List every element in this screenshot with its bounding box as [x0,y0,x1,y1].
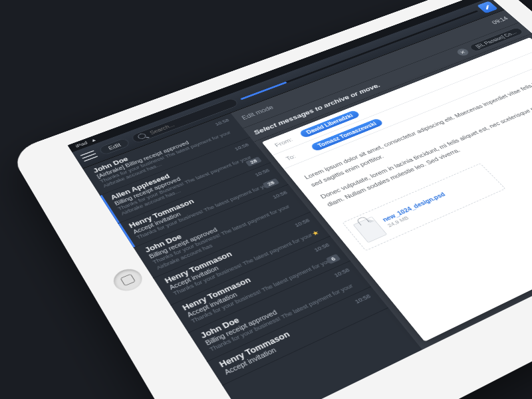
file-icon [353,217,388,243]
ipad-frame: iPad ▲ Edit John Doe10:58[Airbrake] Bill… [9,0,532,399]
home-button[interactable] [109,265,146,295]
compose-button[interactable] [477,1,498,14]
compose-icon [481,4,493,11]
search-icon [136,132,147,140]
wifi-icon: ▲ [89,137,97,143]
to-label: To: [285,148,311,161]
screen: iPad ▲ Edit John Doe10:58[Airbrake] Bill… [68,0,532,399]
from-label: From: [273,134,299,148]
paperclip-icon [356,216,370,225]
pane-clock: 09:14 [490,16,509,26]
menu-icon[interactable] [80,150,98,162]
clear-icon[interactable]: ✕ [455,47,470,57]
